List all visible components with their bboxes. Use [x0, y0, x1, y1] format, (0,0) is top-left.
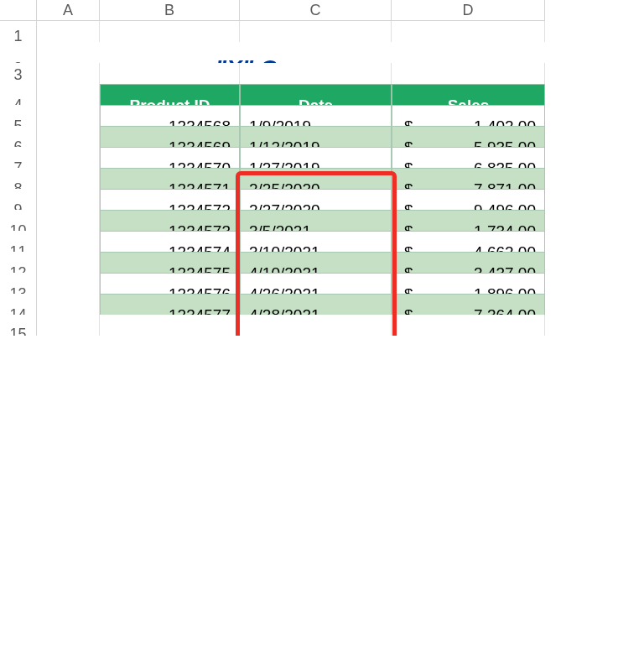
cell-b15[interactable] — [100, 315, 240, 336]
col-header-b[interactable]: B — [100, 0, 240, 21]
row-header-15[interactable]: 15 — [0, 315, 37, 336]
cell-d15[interactable] — [392, 315, 545, 336]
col-header-a[interactable]: A — [37, 0, 100, 21]
spreadsheet-grid[interactable]: A B C D 1 2 "X" Company 3 4 Product ID D… — [0, 0, 644, 336]
col-header-c[interactable]: C — [240, 0, 392, 21]
cell-c15[interactable] — [240, 315, 392, 336]
cell-a15[interactable] — [37, 315, 100, 336]
select-all-corner[interactable] — [0, 0, 37, 21]
col-header-d[interactable]: D — [392, 0, 545, 21]
